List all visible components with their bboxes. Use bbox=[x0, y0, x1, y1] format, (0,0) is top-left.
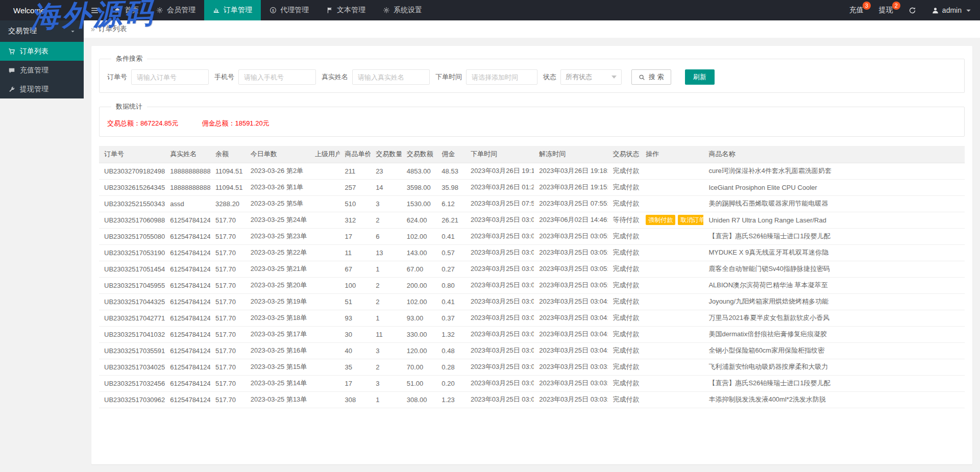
column-header: 解冻时间 bbox=[534, 146, 607, 163]
force-pay-button[interactable]: 强制付款 bbox=[646, 215, 675, 225]
order-time-cell: 2023年03月25日 03:03:24 bbox=[465, 375, 534, 391]
order-time-input[interactable] bbox=[466, 69, 537, 85]
parent-user-cell bbox=[310, 179, 340, 195]
balance-cell: 517.70 bbox=[210, 326, 246, 342]
table-row: UB230325170340253761254784124517.702023-… bbox=[99, 359, 965, 375]
table-row: UB230325170324569461254784124517.702023-… bbox=[99, 375, 965, 391]
recharge-link[interactable]: 充值 3 bbox=[842, 0, 871, 20]
phone-input-label: 手机号 bbox=[214, 72, 234, 82]
cancel-order-button[interactable]: 取消订单 bbox=[678, 215, 703, 225]
nav-agents[interactable]: $代理管理 bbox=[261, 0, 317, 20]
nav-settings[interactable]: 系统设置 bbox=[374, 0, 431, 20]
status-select-group: 状态所有状态 bbox=[543, 69, 622, 85]
parent-user-cell bbox=[310, 375, 340, 391]
user-menu[interactable]: admin bbox=[924, 0, 980, 20]
search-button[interactable]: 搜 索 bbox=[631, 69, 671, 85]
menu-toggle-icon[interactable] bbox=[84, 0, 105, 20]
phone-input[interactable] bbox=[238, 69, 316, 85]
parent-user-cell bbox=[310, 359, 340, 375]
today-count-cell: 2023-03-25 第24单 bbox=[246, 212, 310, 228]
unit-price-cell: 67 bbox=[340, 261, 371, 277]
order-time-cell: 2023年03月25日 03:04:59 bbox=[465, 277, 534, 293]
order-no-cell: UB2303251705508027 bbox=[99, 228, 165, 244]
realname-input-group: 真实姓名 bbox=[322, 69, 430, 85]
table-row: UB23032615264345891888888888811094.51202… bbox=[99, 179, 965, 195]
withdraw-link[interactable]: 提现 2 bbox=[871, 0, 901, 20]
balance-cell: 517.70 bbox=[210, 228, 246, 244]
order-time-cell: 2023年03月25日 03:05:50 bbox=[465, 228, 534, 244]
product-name-cell: 鹿客全自动智能门锁Sv40指静脉捷拉密码 bbox=[703, 261, 965, 277]
nav-orders[interactable]: 订单管理 bbox=[204, 0, 261, 20]
sidebar-item-recharge[interactable]: 充值管理 bbox=[0, 61, 84, 80]
gear-icon bbox=[156, 7, 163, 14]
withdraw-label: 提现 bbox=[879, 6, 893, 15]
product-name-cell: 【直营】惠氏S26铂臻瑞士进口1段婴儿配 bbox=[703, 375, 965, 391]
product-name-cell: IceGiant Prosiphon Elite CPU Cooler bbox=[703, 179, 965, 195]
commission-cell: 0.57 bbox=[436, 244, 465, 261]
table-row: UB230325170514542461254784124517.702023-… bbox=[99, 261, 965, 277]
today-count-cell: 2023-03-25 第16单 bbox=[246, 342, 310, 359]
unfreeze-time-cell: 2023年03月25日 03:04:02 bbox=[534, 342, 607, 359]
svg-text:$: $ bbox=[272, 8, 275, 13]
wrench-icon bbox=[8, 86, 15, 93]
trade-status-cell: 等待付款 bbox=[608, 212, 641, 228]
unfreeze-time-cell: 2023年06月02日 14:46:09 bbox=[534, 212, 607, 228]
order-no-cell: UB2303251703559160 bbox=[99, 342, 165, 359]
sidebar-item-withdraw[interactable]: 提现管理 bbox=[0, 80, 84, 98]
trade-status-cell: 完成付款 bbox=[608, 277, 641, 293]
product-name-cell: MYDUKE X 9真无线蓝牙耳机双耳迷你隐 bbox=[703, 244, 965, 261]
order-no-cell: UB2303261526434589 bbox=[99, 179, 165, 195]
commission-cell: 0.28 bbox=[436, 359, 465, 375]
trade-status-cell: 完成付款 bbox=[608, 195, 641, 212]
real-name-cell: 18888888888 bbox=[165, 163, 210, 179]
trade-amount-cell: 624.00 bbox=[402, 212, 437, 228]
order-no-cell: UB2303251703402537 bbox=[99, 359, 165, 375]
trade-amount-cell: 67.00 bbox=[402, 261, 437, 277]
trade-qty-cell: 1 bbox=[371, 310, 402, 326]
nav-members[interactable]: 会员管理 bbox=[148, 0, 204, 20]
parent-user-cell bbox=[310, 391, 340, 408]
sidebar-item-order-list-label: 订单列表 bbox=[20, 47, 48, 56]
nav-text-label: 文本管理 bbox=[337, 6, 365, 15]
nav-home-label: 首页 bbox=[125, 6, 139, 15]
today-count-cell: 2023-03-25 第23单 bbox=[246, 228, 310, 244]
product-name-cell: 全钢小型保险箱60cm家用保险柜指纹密 bbox=[703, 342, 965, 359]
commission-cell: 0.48 bbox=[436, 342, 465, 359]
balance-cell: 517.70 bbox=[210, 293, 246, 310]
unfreeze-time-cell: 2023年03月25日 03:03:47 bbox=[534, 359, 607, 375]
parent-user-cell bbox=[310, 163, 340, 179]
order-no-input[interactable] bbox=[131, 69, 209, 85]
sidebar-group-trade[interactable]: 交易管理 bbox=[0, 20, 84, 42]
nav-text[interactable]: 文本管理 bbox=[317, 0, 374, 20]
sidebar-item-order-list[interactable]: 订单列表 bbox=[0, 42, 84, 61]
unfreeze-time-cell: 2023年03月25日 03:03:16 bbox=[534, 391, 607, 408]
column-header: 操作 bbox=[641, 146, 703, 163]
sidebar-group-label: 交易管理 bbox=[8, 27, 37, 36]
nav-home[interactable]: 首页 bbox=[105, 0, 148, 20]
order-time-cell: 2023年03月25日 03:06:09 bbox=[465, 212, 534, 228]
sidebar: 交易管理 订单列表充值管理提现管理 bbox=[0, 20, 84, 472]
trade-qty-cell: 1 bbox=[371, 261, 402, 277]
actions-cell bbox=[641, 163, 703, 179]
parent-user-cell bbox=[310, 261, 340, 277]
withdraw-badge: 2 bbox=[892, 2, 900, 10]
actions-cell bbox=[641, 391, 703, 408]
refresh-button[interactable]: 刷新 bbox=[685, 69, 715, 85]
order-no-cell: UB2303251704595502 bbox=[99, 277, 165, 293]
order-time-cell: 2023年03月25日 03:04:27 bbox=[465, 310, 534, 326]
unit-price-cell: 257 bbox=[340, 179, 371, 195]
order-time-cell: 2023年03月25日 03:03:40 bbox=[465, 359, 534, 375]
phone-input-group: 手机号 bbox=[214, 69, 316, 85]
realname-input[interactable] bbox=[352, 69, 430, 85]
search-icon bbox=[639, 74, 645, 81]
refresh-page-button[interactable] bbox=[901, 0, 924, 20]
trade-amount-cell: 1530.00 bbox=[402, 195, 437, 212]
order-time-input-label: 下单时间 bbox=[435, 72, 462, 82]
column-header: 佣金 bbox=[436, 146, 465, 163]
commission-cell: 0.20 bbox=[436, 375, 465, 391]
status-select[interactable]: 所有状态 bbox=[560, 69, 622, 85]
order-no-cell: UB2303251704432594 bbox=[99, 293, 165, 310]
actions-cell bbox=[641, 293, 703, 310]
table-row: UB230325170459550261254784124517.702023-… bbox=[99, 277, 965, 293]
commission-cell: 35.98 bbox=[436, 179, 465, 195]
